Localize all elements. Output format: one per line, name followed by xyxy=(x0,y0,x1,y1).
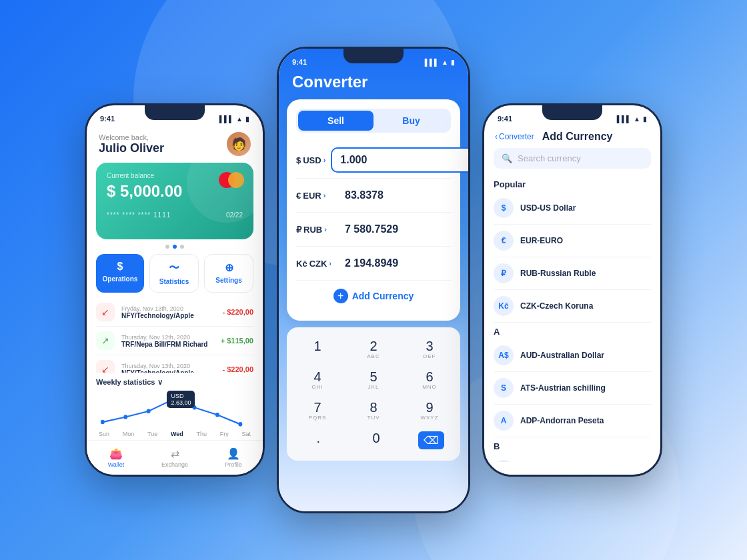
symbol-usd: $ xyxy=(494,198,514,218)
czk-chevron: › xyxy=(329,259,331,267)
key-dot[interactable]: . xyxy=(289,425,347,455)
dot-3 xyxy=(180,245,184,249)
symbol-byr: Br xyxy=(494,460,514,462)
currency-name-ats: ATS-Austrian schilling xyxy=(520,383,606,393)
status-icons-3: ▌▌▌ ▲ ▮ xyxy=(617,115,647,123)
day-thu: Thu xyxy=(197,431,207,437)
symbol-aud: A$ xyxy=(494,345,514,365)
numpad-row-3: 7PQRS 8TUV 9WXYZ xyxy=(289,394,458,425)
card-footer: **** **** **** 1111 02/22 xyxy=(107,211,243,219)
currency-row-usd: $ USD › xyxy=(296,142,451,179)
key-8[interactable]: 8TUV xyxy=(345,394,402,425)
key-0[interactable]: 0 xyxy=(347,425,406,455)
rub-value: 7 580.7529 xyxy=(345,218,451,241)
chart-icon: 〜 xyxy=(169,261,179,275)
settings-label: Settings xyxy=(215,277,241,284)
list-item[interactable]: Kč CZK-Czech Koruna xyxy=(494,290,651,323)
add-currency-button[interactable]: + Add Currency xyxy=(296,281,451,311)
czk-code: CZK xyxy=(309,259,327,269)
key-9[interactable]: 9WXYZ xyxy=(402,394,458,425)
eur-code: EUR xyxy=(303,191,321,201)
rub-label: ₽ RUB › xyxy=(296,225,339,235)
settings-icon: ⊕ xyxy=(225,261,233,274)
chart-container: USD2.63,00 xyxy=(96,389,253,429)
currency-name-eur: EUR-EURO xyxy=(520,236,563,245)
page-title: Add Currency xyxy=(542,131,613,143)
list-item[interactable]: $ USD-US Dollar xyxy=(494,192,651,225)
currency-list: Popular $ USD-US Dollar € EUR-EURO ₽ RUB… xyxy=(484,175,660,462)
day-sun: Sun xyxy=(99,431,109,437)
nav-exchange-label: Exchange xyxy=(161,461,188,468)
add-icon: + xyxy=(333,289,348,303)
key-2[interactable]: 2ABC xyxy=(345,333,402,363)
wallet-header: Welcome back, Julio Oliver 🧑 xyxy=(87,127,263,163)
numpad-row-1: 1 2ABC 3DEF xyxy=(289,333,458,363)
nav-wallet[interactable]: 👛 Wallet xyxy=(87,443,145,472)
key-3[interactable]: 3DEF xyxy=(402,333,458,363)
time-3: 9:41 xyxy=(498,115,512,123)
user-info: Welcome back, Julio Oliver xyxy=(99,133,164,155)
search-box[interactable]: 🔍 Search currency xyxy=(494,148,651,169)
eur-symbol: € xyxy=(296,191,301,201)
tx-info-1: Fryday, Nov 13th, 2020 NFY/Technology/Ap… xyxy=(121,305,216,319)
mc-red xyxy=(219,172,235,188)
key-backspace[interactable]: ⌫ xyxy=(405,425,458,455)
usd-input[interactable] xyxy=(331,147,470,173)
wallet-icon: 👛 xyxy=(109,447,123,460)
key-6[interactable]: 6MNO xyxy=(402,363,458,394)
tx-icon-1: ↙ xyxy=(96,303,115,321)
welcome-text: Welcome back, xyxy=(99,133,164,141)
converter-card: Sell Buy $ USD › € EUR › 83.8378 xyxy=(287,99,460,321)
card-balance: $ 5,000.00 xyxy=(107,182,243,201)
symbol-adp: A xyxy=(494,411,514,431)
time-2: 9:41 xyxy=(292,58,307,66)
avatar[interactable]: 🧑 xyxy=(227,132,251,156)
list-item[interactable]: A ADP-Andorran Peseta xyxy=(494,405,651,437)
nav-profile[interactable]: 👤 Profile xyxy=(204,443,263,472)
buy-button[interactable]: Buy xyxy=(374,111,449,131)
key-5[interactable]: 5JKL xyxy=(345,363,402,394)
list-item[interactable]: S ATS-Austrian schilling xyxy=(494,372,651,405)
numpad-row-2: 4GHI 5JKL 6MNO xyxy=(289,363,458,394)
key-7[interactable]: 7PQRS xyxy=(289,394,345,425)
notch xyxy=(145,105,205,120)
list-item[interactable]: ₽ RUB-Russian Ruble xyxy=(494,257,651,290)
eur-value: 83.8378 xyxy=(345,184,451,207)
tx-date-1: Fryday, Nov 13th, 2020 xyxy=(121,305,216,312)
user-name: Julio Oliver xyxy=(99,141,164,155)
currency-row-czk: Kč CZK › 2 194.8949 xyxy=(296,247,451,281)
mastercard-logo xyxy=(219,172,244,188)
key-4[interactable]: 4GHI xyxy=(289,363,345,394)
list-item[interactable]: € EUR-EURO xyxy=(494,225,651,257)
search-placeholder: Search currency xyxy=(518,153,581,163)
section-b: B xyxy=(494,437,651,454)
key-1[interactable]: 1 xyxy=(289,333,345,363)
operations-button[interactable]: $ Operations xyxy=(96,254,144,293)
symbol-czk: Kč xyxy=(494,296,514,316)
currency-name-aud: AUD-Australian Dollar xyxy=(520,351,604,360)
week-labels: Sun Mon Tue Wed Thu Fry Sat xyxy=(96,429,253,437)
usd-code: USD xyxy=(303,155,321,165)
day-mon: Mon xyxy=(123,431,135,437)
nav-profile-label: Profile xyxy=(225,461,242,468)
tx-name-1: NFY/Technology/Apple xyxy=(121,312,216,319)
card-expiry: 02/22 xyxy=(226,211,243,219)
usd-chevron: › xyxy=(323,156,326,164)
back-button[interactable]: ‹ Converter xyxy=(495,132,534,141)
usd-symbol: $ xyxy=(296,155,301,165)
search-icon: 🔍 xyxy=(502,153,512,163)
add-currency-label: Add Currency xyxy=(352,291,414,301)
settings-button[interactable]: ⊕ Settings xyxy=(204,254,253,293)
symbol-rub: ₽ xyxy=(494,263,514,283)
operations-label: Operations xyxy=(103,275,138,283)
list-item[interactable]: Br BYR-Belarusian Ruble xyxy=(494,454,651,462)
profile-icon: 👤 xyxy=(227,447,240,460)
statistics-button[interactable]: 〜 Statistics xyxy=(149,254,199,293)
list-item[interactable]: A$ AUD-Australian Dollar xyxy=(494,339,651,372)
sell-button[interactable]: Sell xyxy=(298,111,374,131)
eur-label: € EUR › xyxy=(296,191,339,201)
day-wed: Wed xyxy=(171,431,183,437)
stats-title: Weekly statistics ∨ xyxy=(96,378,253,387)
usd-label: $ USD › xyxy=(296,155,325,165)
nav-exchange[interactable]: ⇄ Exchange xyxy=(145,443,204,472)
